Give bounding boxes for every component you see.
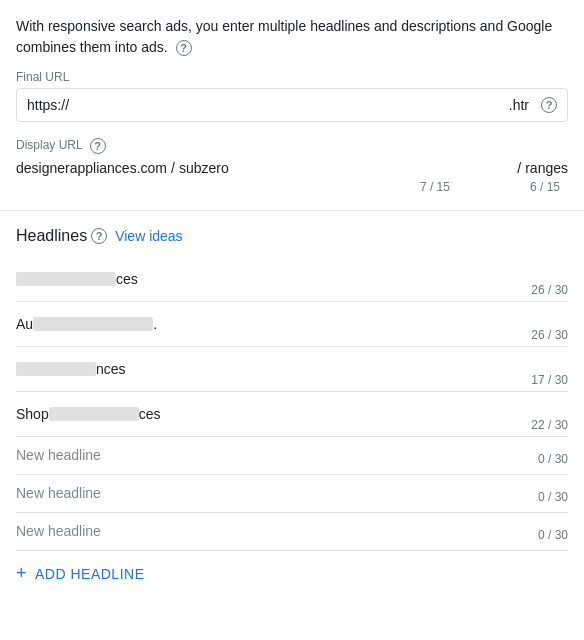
intro-help-icon[interactable]: ? [176,40,192,56]
display-url-section: Display URL ? designerappliances.com / s… [16,138,568,194]
view-ideas-link[interactable]: View ideas [115,228,182,244]
display-url-char-counts: 7 / 15 6 / 15 [16,180,568,194]
headline-blurred-2 [33,317,153,331]
headline-text-row-3: nces [16,355,568,383]
display-url-help-icon[interactable]: ? [90,138,106,154]
intro-paragraph: With responsive search ads, you enter mu… [16,18,552,55]
plus-icon: + [16,563,27,584]
headline-item-4[interactable]: Shop ces 22 / 30 [16,392,568,437]
display-url-domain: designerappliances.com [16,160,167,176]
headlines-title: Headlines [16,227,87,245]
headline-blurred-1 [16,272,116,286]
new-headline-char-count-2: 0 / 30 [538,490,568,504]
headline-prefix-4: Shop [16,406,49,422]
add-headline-label: ADD HEADLINE [35,566,144,582]
final-url-label: Final URL [16,70,568,84]
headline-char-count-1: 26 / 30 [531,283,568,297]
headline-item-2[interactable]: Au . 26 / 30 [16,302,568,347]
new-headline-char-count-1: 0 / 30 [538,452,568,466]
headline-item-1[interactable]: ces 26 / 30 [16,257,568,302]
headline-item-3[interactable]: nces 17 / 30 [16,347,568,392]
display-url-path1[interactable]: subzero [179,160,229,176]
intro-text: With responsive search ads, you enter mu… [16,16,568,58]
headline-text-row-4: Shop ces [16,400,568,428]
headline-visible-3: nces [96,361,126,377]
headline-text-row-2: Au . [16,310,568,338]
path2-char-count: 6 / 15 [530,180,560,194]
add-headline-button[interactable]: + ADD HEADLINE [16,551,568,592]
headline-char-count-4: 22 / 30 [531,418,568,432]
headline-visible-1: ces [116,271,138,287]
display-url-path2[interactable]: ranges [525,160,568,176]
final-url-help-icon[interactable]: ? [541,97,557,113]
display-url-label: Display URL ? [16,138,568,154]
headline-prefix-2: Au [16,316,33,332]
display-url-fields: designerappliances.com / subzero / range… [16,160,568,176]
new-headline-char-count-3: 0 / 30 [538,528,568,542]
headlines-help-icon[interactable]: ? [91,228,107,244]
new-headline-placeholder-2: New headline [16,485,101,501]
divider [0,210,584,211]
headline-suffix-4: ces [139,406,161,422]
new-headline-placeholder-3: New headline [16,523,101,539]
headline-suffix-2: . [153,316,157,332]
headline-blurred-3 [16,362,96,376]
main-container: With responsive search ads, you enter mu… [0,0,584,592]
new-headline-3[interactable]: New headline 0 / 30 [16,513,568,551]
final-url-input-row[interactable]: https:// .htr ? [16,88,568,122]
headline-char-count-2: 26 / 30 [531,328,568,342]
new-headline-placeholder-1: New headline [16,447,101,463]
path1-char-count: 7 / 15 [420,180,450,194]
display-url-sep2: / [517,160,521,176]
headline-char-count-3: 17 / 30 [531,373,568,387]
display-url-label-text: Display URL [16,138,82,152]
final-url-value: https:// [27,97,509,113]
new-headline-2[interactable]: New headline 0 / 30 [16,475,568,513]
headline-text-row-1: ces [16,265,568,293]
final-url-suffix: .htr [509,97,529,113]
headline-blurred-4 [49,407,139,421]
display-url-sep1: / [171,160,175,176]
new-headline-1[interactable]: New headline 0 / 30 [16,437,568,475]
headlines-header: Headlines ? View ideas [16,227,568,245]
